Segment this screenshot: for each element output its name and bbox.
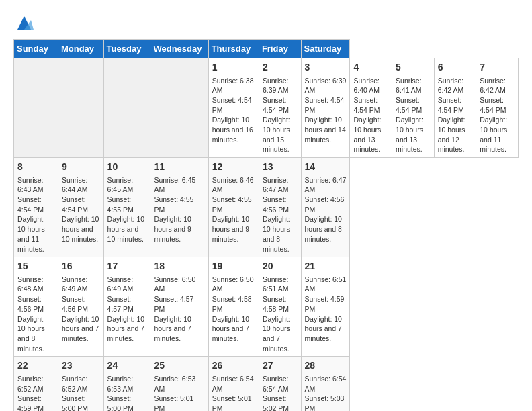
day-info: Sunset: 4:58 PM: [212, 294, 255, 314]
day-info: Sunrise: 6:43 AM: [17, 175, 54, 195]
day-number: 18: [154, 260, 204, 273]
calendar-cell: 18Sunrise: 6:50 AMSunset: 4:57 PMDayligh…: [150, 257, 208, 357]
day-info: Sunset: 4:54 PM: [480, 95, 515, 115]
calendar-header-monday: Monday: [58, 40, 103, 58]
day-number: 3: [305, 61, 347, 75]
calendar-header-saturday: Saturday: [301, 40, 350, 58]
day-info: Sunset: 4:54 PM: [62, 195, 100, 214]
calendar-cell: 23Sunrise: 6:52 AMSunset: 5:00 PMDayligh…: [58, 357, 103, 411]
day-info: Sunset: 4:57 PM: [107, 294, 147, 314]
day-info: Sunrise: 6:44 AM: [62, 175, 100, 195]
day-number: 14: [305, 161, 347, 174]
day-number: 15: [17, 260, 54, 273]
day-info: Sunset: 4:54 PM: [263, 95, 298, 115]
day-info: Daylight: 10 hours and 10 minutes.: [107, 214, 147, 244]
day-info: Sunset: 4:54 PM: [396, 95, 431, 115]
day-info: Sunrise: 6:39 AM: [263, 76, 298, 95]
calendar-cell: 7Sunrise: 6:42 AMSunset: 4:54 PMDaylight…: [476, 58, 519, 158]
day-info: Sunrise: 6:47 AM: [305, 175, 347, 195]
day-info: Sunset: 5:01 PM: [212, 394, 255, 411]
day-info: Sunrise: 6:46 AM: [212, 175, 255, 195]
day-info: Sunrise: 6:51 AM: [305, 275, 347, 294]
calendar-header-row: SundayMondayTuesdayWednesdayThursdayFrid…: [14, 40, 519, 58]
calendar-cell: 22Sunrise: 6:52 AMSunset: 4:59 PMDayligh…: [14, 357, 58, 411]
calendar-cell: 13Sunrise: 6:47 AMSunset: 4:56 PMDayligh…: [259, 158, 301, 257]
calendar-table: SundayMondayTuesdayWednesdayThursdayFrid…: [13, 39, 519, 411]
day-info: Daylight: 10 hours and 12 minutes.: [438, 115, 473, 154]
day-info: Daylight: 10 hours and 15 minutes.: [263, 115, 298, 154]
calendar-cell: 10Sunrise: 6:45 AMSunset: 4:55 PMDayligh…: [103, 158, 150, 257]
day-info: Sunset: 5:00 PM: [62, 394, 100, 411]
calendar-cell: 2Sunrise: 6:39 AMSunset: 4:54 PMDaylight…: [259, 58, 301, 158]
day-number: 2: [263, 61, 298, 75]
day-number: 11: [154, 161, 204, 174]
day-number: 13: [263, 161, 298, 174]
day-info: Sunset: 4:59 PM: [17, 394, 54, 411]
day-info: Sunrise: 6:54 AM: [212, 374, 255, 394]
day-number: 24: [107, 359, 147, 373]
day-number: 27: [263, 359, 298, 373]
day-info: Daylight: 10 hours and 9 minutes.: [212, 214, 255, 244]
day-number: 23: [62, 359, 100, 373]
day-number: 28: [305, 359, 347, 373]
day-info: Sunset: 4:56 PM: [17, 294, 54, 314]
day-info: Daylight: 10 hours and 7 minutes.: [154, 314, 204, 344]
day-info: Sunrise: 6:49 AM: [107, 275, 147, 294]
day-info: Sunset: 4:56 PM: [263, 195, 298, 214]
day-number: 19: [212, 260, 255, 273]
calendar-cell: 16Sunrise: 6:49 AMSunset: 4:56 PMDayligh…: [58, 257, 103, 357]
day-number: 25: [154, 359, 204, 373]
day-info: Sunset: 4:54 PM: [212, 95, 255, 115]
day-info: Sunrise: 6:50 AM: [154, 275, 204, 294]
day-info: Daylight: 10 hours and 8 minutes.: [17, 314, 54, 354]
calendar-header-tuesday: Tuesday: [103, 40, 150, 58]
calendar-header-friday: Friday: [259, 40, 301, 58]
day-info: Sunrise: 6:53 AM: [107, 374, 147, 394]
day-number: 6: [438, 61, 473, 75]
calendar-cell: 26Sunrise: 6:54 AMSunset: 5:01 PMDayligh…: [208, 357, 259, 411]
day-info: Sunrise: 6:50 AM: [212, 275, 255, 294]
calendar-cell: 4Sunrise: 6:40 AMSunset: 4:54 PMDaylight…: [350, 58, 392, 158]
calendar-week-row: 1Sunrise: 6:38 AMSunset: 4:54 PMDaylight…: [14, 58, 519, 158]
day-info: Daylight: 10 hours and 14 minutes.: [305, 115, 347, 144]
day-info: Sunrise: 6:45 AM: [107, 175, 147, 195]
day-info: Sunset: 4:54 PM: [438, 95, 473, 115]
calendar-cell: 24Sunrise: 6:53 AMSunset: 5:00 PMDayligh…: [103, 357, 150, 411]
calendar-week-row: 8Sunrise: 6:43 AMSunset: 4:54 PMDaylight…: [14, 158, 519, 257]
calendar-week-row: 22Sunrise: 6:52 AMSunset: 4:59 PMDayligh…: [14, 357, 519, 411]
day-info: Sunrise: 6:54 AM: [305, 374, 347, 394]
day-info: Sunset: 4:57 PM: [154, 294, 204, 314]
day-info: Daylight: 10 hours and 7 minutes.: [62, 314, 100, 344]
day-info: Sunset: 4:55 PM: [212, 195, 255, 214]
day-info: Sunset: 4:58 PM: [263, 294, 298, 314]
calendar-cell: 28Sunrise: 6:54 AMSunset: 5:03 PMDayligh…: [301, 357, 350, 411]
day-info: Sunrise: 6:41 AM: [396, 76, 431, 95]
calendar-cell: 3Sunrise: 6:39 AMSunset: 4:54 PMDaylight…: [301, 58, 350, 158]
day-info: Sunrise: 6:45 AM: [154, 175, 204, 195]
day-info: Daylight: 10 hours and 11 minutes.: [17, 214, 54, 254]
day-info: Daylight: 10 hours and 7 minutes.: [107, 314, 147, 344]
day-number: 10: [107, 161, 147, 174]
day-info: Daylight: 10 hours and 7 minutes.: [212, 314, 255, 344]
calendar-header-wednesday: Wednesday: [150, 40, 208, 58]
day-info: Sunset: 4:59 PM: [305, 294, 347, 314]
day-number: 12: [212, 161, 255, 174]
day-info: Sunset: 5:03 PM: [305, 394, 347, 411]
calendar-cell: 20Sunrise: 6:51 AMSunset: 4:58 PMDayligh…: [259, 257, 301, 357]
day-info: Sunrise: 6:53 AM: [154, 374, 204, 394]
day-number: 17: [107, 260, 147, 273]
day-info: Daylight: 10 hours and 7 minutes.: [305, 314, 347, 344]
day-info: Sunrise: 6:49 AM: [62, 275, 100, 294]
day-number: 16: [62, 260, 100, 273]
day-info: Sunrise: 6:52 AM: [17, 374, 54, 394]
calendar-cell: [150, 58, 208, 158]
calendar-cell: [103, 58, 150, 158]
day-info: Sunset: 4:54 PM: [305, 95, 347, 115]
day-info: Sunrise: 6:42 AM: [480, 76, 515, 95]
day-info: Sunset: 4:56 PM: [62, 294, 100, 314]
day-number: 22: [17, 359, 54, 373]
day-info: Daylight: 10 hours and 16 minutes.: [212, 115, 255, 144]
day-number: 5: [396, 61, 431, 75]
calendar-header-sunday: Sunday: [14, 40, 58, 58]
day-info: Daylight: 10 hours and 13 minutes.: [396, 115, 431, 154]
